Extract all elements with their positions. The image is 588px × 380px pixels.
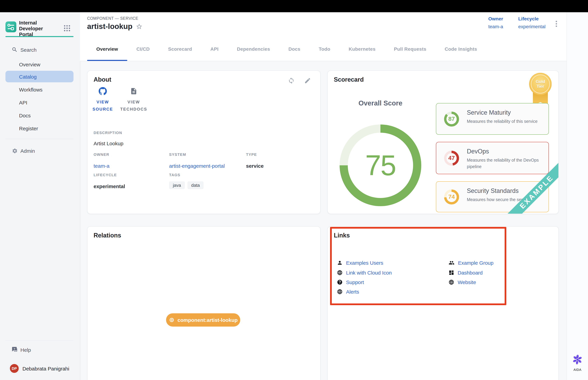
tab-overview[interactable]: Overview (87, 37, 127, 61)
view-source-action[interactable]: VIEWSOURCE (87, 87, 118, 113)
app-logo-icon (5, 21, 16, 32)
globe-icon (337, 270, 343, 276)
type-value: service (246, 163, 264, 169)
sidebar-search[interactable]: Search (0, 44, 80, 56)
more-menu-icon[interactable] (556, 21, 557, 22)
about-card: About VIEWSOURCE VIEWTECHDOCS DESCRIPTIO… (87, 70, 321, 214)
sidebar-help[interactable]: ? Help (0, 344, 80, 356)
overall-score-value: 75 (365, 149, 396, 182)
metric-service-maturity[interactable]: 87 Service Maturity Measures the reliabi… (436, 103, 549, 135)
sidebar: Internal Developer Portal Search Overvie… (0, 12, 80, 380)
breadcrumb: COMPONENT — SERVICE (87, 16, 138, 20)
help-circle-icon (337, 279, 343, 285)
gear-icon (12, 148, 18, 154)
devops-donut: 47 (444, 151, 459, 166)
lifecycle-value: experimental (94, 183, 125, 189)
description-label: DESCRIPTION (94, 131, 122, 135)
owner-field[interactable]: Owner team-a (488, 16, 503, 29)
svg-text:?: ? (14, 347, 15, 350)
metric-title: Service Maturity (467, 109, 511, 116)
relations-title: Relations (94, 232, 121, 239)
metric-description: Measures the reliability of the DevOps p… (467, 157, 544, 170)
link-support[interactable]: Support (337, 279, 364, 285)
sidebar-item-register[interactable]: Register (5, 122, 74, 134)
owner-label: OWNER (94, 152, 109, 156)
system-label: SYSTEM (169, 152, 186, 156)
overall-score-donut: 75 (340, 125, 421, 206)
favorite-star-icon[interactable] (136, 23, 143, 30)
entity-tabs: Overview CI/CD Scorecard API Dependencie… (80, 37, 566, 61)
sidebar-divider (5, 139, 74, 139)
sidebar-item-docs[interactable]: Docs (5, 110, 74, 121)
help-chat-icon: ? (12, 347, 18, 353)
tab-code-insights[interactable]: Code Insights (436, 37, 486, 61)
system-link[interactable]: artist-engagement-portal (169, 163, 225, 169)
entity-header: COMPONENT — SERVICE artist-lookup Owner … (80, 12, 566, 37)
techdocs-icon (130, 87, 137, 95)
metric-description: Measures the reliability of this service (467, 118, 544, 125)
scorecard-card: Scorecard Gold Tier Overall Score 75 87 (327, 70, 559, 214)
sidebar-item-workflows[interactable]: Workflows (5, 84, 74, 95)
assistant-rail: AIDA (566, 12, 588, 380)
relations-node-label: component:artist-lookup (177, 317, 238, 323)
app-title: Internal Developer Portal (19, 20, 60, 38)
user-menu[interactable]: DP Debabrata Panigrahi (0, 363, 80, 374)
tab-docs[interactable]: Docs (279, 37, 309, 61)
aida-launcher[interactable]: AIDA (567, 354, 588, 372)
aida-label: AIDA (567, 368, 588, 372)
security-standards-donut: 74 (444, 190, 459, 205)
tab-cicd[interactable]: CI/CD (127, 37, 159, 61)
link-example-group[interactable]: Example Group (449, 260, 493, 266)
person-icon (337, 260, 343, 266)
metric-title: DevOps (467, 148, 489, 155)
sidebar-item-overview[interactable]: Overview (5, 58, 74, 70)
link-examples-users[interactable]: Examples Users (337, 260, 383, 266)
sidebar-bottom-divider (5, 341, 74, 341)
link-dashboard[interactable]: Dashboard (449, 270, 483, 276)
apps-grid-icon[interactable] (64, 25, 65, 27)
relations-card: Relations component:artist-lookup (87, 226, 321, 380)
top-black-bar (0, 0, 588, 12)
link-alerts[interactable]: Alerts (337, 289, 359, 295)
description-value: Artist Lookup (94, 140, 123, 146)
metric-devops[interactable]: 47 DevOps Measures the reliability of th… (436, 142, 549, 174)
chip-icon (169, 317, 174, 323)
gold-tier-badge: Gold Tier (529, 73, 551, 105)
search-label: Search (20, 47, 37, 53)
group-icon (449, 260, 455, 266)
tab-scorecard[interactable]: Scorecard (159, 37, 201, 61)
help-label: Help (20, 347, 31, 353)
admin-label: Admin (20, 148, 35, 153)
github-icon (99, 87, 107, 95)
tags-list: java data (169, 181, 204, 189)
tab-api[interactable]: API (201, 37, 228, 61)
sidebar-item-catalog[interactable]: Catalog (5, 71, 74, 82)
main-area: COMPONENT — SERVICE artist-lookup Owner … (80, 12, 566, 380)
sidebar-item-admin[interactable]: Admin (0, 145, 80, 156)
overall-score-label: Overall Score (346, 99, 415, 107)
tab-todo[interactable]: Todo (309, 37, 340, 61)
tag-chip[interactable]: java (169, 181, 185, 189)
tab-pull-requests[interactable]: Pull Requests (385, 37, 435, 61)
relations-node[interactable]: component:artist-lookup (166, 313, 240, 327)
metric-title: Security Standards (467, 188, 519, 195)
sidebar-item-api[interactable]: API (5, 97, 74, 108)
view-techdocs-action[interactable]: VIEWTECHDOCS (118, 87, 149, 113)
link-website[interactable]: Website (449, 279, 476, 285)
globe-icon (337, 289, 343, 295)
refresh-icon[interactable] (288, 77, 295, 84)
tag-chip[interactable]: data (188, 181, 204, 189)
link-cloud[interactable]: Link with Cloud Icon (337, 270, 392, 276)
type-label: TYPE (246, 152, 257, 156)
aida-flower-icon (572, 354, 583, 365)
edit-pencil-icon[interactable] (304, 77, 311, 84)
tab-kubernetes[interactable]: Kubernetes (340, 37, 385, 61)
scorecard-title: Scorecard (334, 76, 364, 83)
tab-dependencies[interactable]: Dependencies (228, 37, 279, 61)
service-maturity-donut: 87 (444, 112, 459, 127)
avatar: DP (9, 363, 19, 374)
tags-label: TAGS (169, 173, 180, 177)
owner-link[interactable]: team-a (94, 163, 109, 169)
lifecycle-field: Lifecycle experimental (518, 16, 546, 29)
search-icon (12, 47, 18, 53)
